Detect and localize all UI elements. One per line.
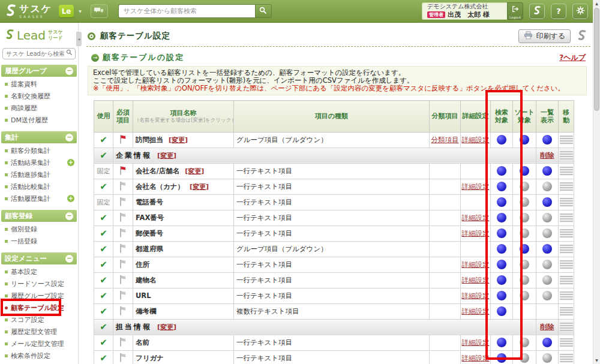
dropdown-caret-icon[interactable]: ▼ <box>79 9 82 13</box>
detail-link[interactable]: 詳細設定 <box>462 260 490 269</box>
optional-flag-icon[interactable] <box>119 243 127 253</box>
detail-link[interactable]: 詳細設定 <box>462 182 490 191</box>
toggle-circle-on[interactable] <box>542 135 552 145</box>
sidebar-item-商談履歴[interactable]: 商談履歴 <box>0 102 78 114</box>
sidebar-item-DM送付履歴[interactable]: DM送付履歴 <box>0 114 78 126</box>
sidebar-item-活動進捗集計[interactable]: 活動進捗集計 <box>0 169 78 181</box>
sidebar-item-活動結果集計[interactable]: 活動結果集計+ <box>0 157 78 169</box>
lead-logo[interactable]: Lead サスケ リード <box>0 23 78 44</box>
sidebar-item-活動履歴集計[interactable]: 活動履歴集計+ <box>0 192 78 204</box>
help-button[interactable]: ? <box>551 4 566 19</box>
scrollbar-thumb[interactable] <box>594 8 599 111</box>
toggle-circle-on[interactable] <box>497 228 506 238</box>
help-link[interactable]: ?ヘルプ <box>559 53 586 63</box>
use-check-icon[interactable]: ✔ <box>100 353 107 363</box>
scrollbar[interactable]: ▲ ▼ <box>593 0 600 364</box>
scrollbar-down-arrow[interactable]: ▼ <box>593 357 600 364</box>
use-check-icon[interactable]: ✔ <box>100 181 107 192</box>
collapse-minus-icon[interactable]: − <box>65 255 73 263</box>
toggle-circle-on[interactable] <box>497 275 506 285</box>
toggle-circle-off[interactable] <box>542 275 552 285</box>
use-check-icon[interactable]: ✔ <box>100 290 107 301</box>
drag-handle-icon[interactable] <box>560 213 573 222</box>
collapse-minus-icon[interactable]: − <box>65 212 73 220</box>
drag-handle-icon[interactable] <box>560 167 573 176</box>
toggle-circle-on[interactable] <box>542 197 552 207</box>
toggle-circle-off[interactable] <box>542 291 552 300</box>
drag-handle-icon[interactable] <box>560 323 573 332</box>
sidebar-section-header[interactable]: 設定メニュー− <box>1 252 77 264</box>
sidebar-item-一括登録[interactable]: 一括登録 <box>0 235 78 247</box>
toggle-circle-on[interactable] <box>497 306 506 316</box>
detail-link[interactable]: 詳細設定 <box>462 276 490 284</box>
use-check-icon[interactable]: ✔ <box>100 321 107 332</box>
use-check-icon[interactable]: ✔ <box>100 306 107 317</box>
toggle-circle-on[interactable] <box>497 353 506 363</box>
use-check-icon[interactable]: ✔ <box>100 212 107 223</box>
change-link[interactable]: [変更] <box>157 323 176 331</box>
delete-link[interactable]: 削除 <box>541 323 554 331</box>
toggle-circle-off[interactable] <box>542 228 552 238</box>
logout-button[interactable]: Logout <box>507 2 523 20</box>
le-app-button[interactable]: Le <box>59 5 74 17</box>
sidebar-item-スコア設定[interactable]: スコア設定 <box>0 314 78 326</box>
toggle-circle-on[interactable] <box>497 166 506 176</box>
sidebar-item-履歴定型文管理[interactable]: 履歴定型文管理 <box>0 326 78 338</box>
sidebar-item-顧客分類集計[interactable]: 顧客分類集計 <box>0 145 78 157</box>
toggle-circle-off[interactable] <box>542 182 552 191</box>
change-link[interactable]: [変更] <box>157 152 176 160</box>
toggle-circle-off[interactable] <box>520 353 529 363</box>
scrollbar-up-arrow[interactable]: ▲ <box>593 0 600 7</box>
toggle-circle-off[interactable] <box>520 338 529 347</box>
optional-flag-icon[interactable] <box>119 228 127 237</box>
drag-handle-icon[interactable] <box>560 136 573 145</box>
optional-flag-icon[interactable] <box>119 306 127 315</box>
optional-flag-icon[interactable] <box>119 181 127 191</box>
chat-button[interactable] <box>91 4 108 18</box>
toggle-circle-on[interactable] <box>520 244 529 254</box>
sidebar-item-提案資料[interactable]: 提案資料 <box>0 78 78 90</box>
toggle-circle-off[interactable] <box>520 213 529 222</box>
use-check-icon[interactable]: ✔ <box>100 134 107 145</box>
optional-flag-icon[interactable] <box>119 259 127 269</box>
expand-plus-icon[interactable]: + <box>67 159 74 166</box>
optional-flag-icon[interactable] <box>119 337 127 347</box>
optional-flag-icon[interactable] <box>119 290 127 300</box>
use-check-icon[interactable]: ✔ <box>100 259 107 270</box>
detail-link[interactable]: 詳細設定 <box>462 338 490 347</box>
delete-link[interactable]: 削除 <box>541 151 554 160</box>
toggle-circle-off[interactable] <box>520 197 529 207</box>
collapse-minus-icon[interactable]: − <box>65 134 73 142</box>
sidebar-collapse-handle[interactable]: ◀ <box>76 32 82 46</box>
toggle-circle-off[interactable] <box>520 260 529 269</box>
drag-handle-icon[interactable] <box>560 229 573 238</box>
drag-handle-icon[interactable] <box>560 291 573 300</box>
optional-flag-icon[interactable] <box>119 353 127 362</box>
use-check-icon[interactable]: ✔ <box>100 243 107 254</box>
change-link[interactable]: [変更] <box>169 136 188 144</box>
toggle-circle-off[interactable] <box>520 275 529 285</box>
toggle-circle-on[interactable] <box>542 338 552 347</box>
toggle-circle-off[interactable] <box>520 228 529 238</box>
settings-button[interactable] <box>572 4 588 19</box>
toggle-circle-on[interactable] <box>542 244 552 254</box>
sidebar-item-基本設定[interactable]: 基本設定 <box>0 266 78 278</box>
use-check-icon[interactable]: ✔ <box>100 150 107 161</box>
required-flag-icon[interactable] <box>119 134 127 144</box>
toggle-circle-on[interactable] <box>497 291 506 300</box>
toggle-circle-on[interactable] <box>497 338 506 347</box>
category-link[interactable]: 分類項目 <box>431 136 459 144</box>
toggle-circle-off[interactable] <box>520 182 529 191</box>
sidebar-section-header[interactable]: 集計− <box>1 131 77 143</box>
drag-handle-icon[interactable] <box>560 151 573 160</box>
refresh-swirl-icon[interactable] <box>577 29 587 43</box>
drag-handle-icon[interactable] <box>560 276 573 285</box>
sidebar-item-履歴グループ設定[interactable]: 履歴グループ設定 <box>0 290 78 302</box>
saaske-home-button[interactable] <box>529 4 545 19</box>
drag-handle-icon[interactable] <box>560 245 573 254</box>
sidebar-section-header[interactable]: 履歴グループ− <box>1 65 77 77</box>
sidebar-item-顧客テーブル設定[interactable]: 顧客テーブル設定 <box>0 302 78 314</box>
sidebar-item-個別登録[interactable]: 個別登録 <box>0 223 78 235</box>
drag-handle-icon[interactable] <box>560 354 573 363</box>
change-link[interactable]: [変更] <box>185 167 204 175</box>
